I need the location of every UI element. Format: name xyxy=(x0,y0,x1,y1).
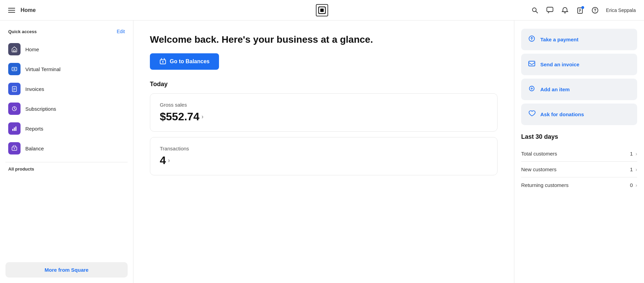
gross-sales-card[interactable]: Gross sales $552.74 › xyxy=(150,93,498,132)
send-invoice-icon xyxy=(528,60,536,69)
nav-right: Erica Seppala xyxy=(531,6,636,14)
ask-donations-card[interactable]: Ask for donations xyxy=(521,104,637,125)
square-logo xyxy=(316,4,328,16)
svg-rect-4 xyxy=(547,7,553,12)
hamburger-menu[interactable] xyxy=(8,8,15,13)
returning-customers-row[interactable]: Returning customers 0 › xyxy=(521,177,637,193)
all-products-label: All products xyxy=(8,166,125,172)
subscriptions-icon xyxy=(8,103,21,115)
svg-rect-1 xyxy=(320,9,324,12)
transactions-chevron: › xyxy=(168,157,170,164)
total-customers-right: 1 › xyxy=(630,151,637,157)
gross-sales-value: $552.74 › xyxy=(160,110,488,123)
returning-customers-value: 0 xyxy=(630,182,633,188)
today-label: Today xyxy=(150,81,498,88)
sidebar-item-reports[interactable]: Reports xyxy=(5,119,128,138)
gross-sales-chevron: › xyxy=(202,113,204,120)
quick-access-header: Quick access Edit xyxy=(5,29,128,34)
nav-center xyxy=(316,4,328,16)
reports-icon xyxy=(8,122,21,135)
edit-link[interactable]: Edit xyxy=(117,29,125,34)
sidebar-item-home[interactable]: Home xyxy=(5,40,128,59)
svg-point-22 xyxy=(14,148,15,149)
svg-line-3 xyxy=(536,11,538,13)
svg-rect-26 xyxy=(529,61,535,66)
transactions-card[interactable]: Transactions 4 › xyxy=(150,137,498,175)
nav-left: Home xyxy=(8,7,36,13)
sidebar-item-invoices[interactable]: Invoices xyxy=(5,79,128,98)
nav-title: Home xyxy=(21,7,36,13)
sidebar: Quick access Edit Home Virtual Terminal xyxy=(0,21,133,283)
more-from-square-label: More from Square xyxy=(44,267,88,273)
svg-rect-18 xyxy=(12,129,13,131)
go-to-balances-label: Go to Balances xyxy=(170,58,209,65)
clipboard-icon[interactable] xyxy=(576,6,584,14)
svg-rect-19 xyxy=(14,127,15,131)
returning-customers-right: 0 › xyxy=(630,182,637,188)
add-item-card[interactable]: Add an item xyxy=(521,79,637,100)
more-from-square-button[interactable]: More from Square xyxy=(5,262,128,278)
send-invoice-card[interactable]: Send an invoice xyxy=(521,54,637,75)
svg-rect-11 xyxy=(13,50,15,52)
chat-icon[interactable] xyxy=(546,6,554,14)
sidebar-item-balance[interactable]: Balance xyxy=(5,139,128,158)
take-payment-label: Take a payment xyxy=(540,37,578,42)
total-customers-label: Total customers xyxy=(521,151,557,157)
sidebar-item-virtual-label: Virtual Terminal xyxy=(25,66,61,72)
sidebar-item-virtual-terminal[interactable]: Virtual Terminal xyxy=(5,59,128,79)
welcome-heading: Welcome back. Here's your business at a … xyxy=(150,34,498,45)
sidebar-divider xyxy=(5,162,128,162)
transactions-label: Transactions xyxy=(160,146,488,151)
returning-customers-chevron: › xyxy=(635,183,637,188)
new-customers-row[interactable]: New customers 1 › xyxy=(521,162,637,177)
go-to-balances-button[interactable]: Go to Balances xyxy=(150,53,219,70)
svg-rect-20 xyxy=(15,126,16,131)
svg-point-10 xyxy=(595,11,595,12)
last-30-label: Last 30 days xyxy=(521,133,637,140)
new-customers-label: New customers xyxy=(521,166,556,172)
new-customers-chevron: › xyxy=(635,167,637,172)
total-customers-chevron: › xyxy=(635,151,637,157)
user-name[interactable]: Erica Seppala xyxy=(606,8,636,13)
virtual-terminal-icon xyxy=(8,63,21,75)
total-customers-value: 1 xyxy=(630,151,633,157)
add-item-label: Add an item xyxy=(540,86,570,92)
ask-donations-label: Ask for donations xyxy=(540,111,584,117)
transactions-value: 4 › xyxy=(160,154,488,167)
take-payment-icon xyxy=(528,35,536,44)
quick-access-label: Quick access xyxy=(8,29,37,34)
main-layout: Quick access Edit Home Virtual Terminal xyxy=(0,21,644,283)
sidebar-item-subscriptions-label: Subscriptions xyxy=(25,106,56,112)
balances-icon xyxy=(159,58,166,65)
sidebar-item-reports-label: Reports xyxy=(25,126,43,132)
take-payment-card[interactable]: Take a payment xyxy=(521,29,637,50)
right-panel: Take a payment Send an invoice Add an it… xyxy=(514,21,644,283)
add-item-icon xyxy=(528,85,536,94)
all-products-section: All products xyxy=(5,166,128,177)
notification-icon[interactable] xyxy=(561,6,569,14)
new-customers-right: 1 › xyxy=(630,166,637,172)
sidebar-item-invoices-label: Invoices xyxy=(25,86,44,92)
gross-sales-label: Gross sales xyxy=(160,102,488,108)
main-content: Welcome back. Here's your business at a … xyxy=(133,21,514,283)
new-customers-value: 1 xyxy=(630,166,633,172)
search-icon[interactable] xyxy=(531,6,539,14)
svg-point-24 xyxy=(162,61,164,63)
total-customers-row[interactable]: Total customers 1 › xyxy=(521,146,637,162)
sidebar-item-balance-label: Balance xyxy=(25,146,44,151)
sidebar-item-subscriptions[interactable]: Subscriptions xyxy=(5,99,128,118)
home-icon xyxy=(8,43,21,55)
balance-icon xyxy=(8,142,21,154)
returning-customers-label: Returning customers xyxy=(521,182,568,188)
sidebar-scroll: Quick access Edit Home Virtual Terminal xyxy=(0,21,133,259)
help-icon[interactable] xyxy=(591,6,599,14)
invoices-icon xyxy=(8,83,21,95)
top-nav: Home Erica Seppala xyxy=(0,0,644,21)
notification-badge xyxy=(581,6,584,9)
sidebar-item-home-label: Home xyxy=(25,46,39,52)
ask-donations-icon xyxy=(528,110,536,119)
send-invoice-label: Send an invoice xyxy=(540,62,579,67)
